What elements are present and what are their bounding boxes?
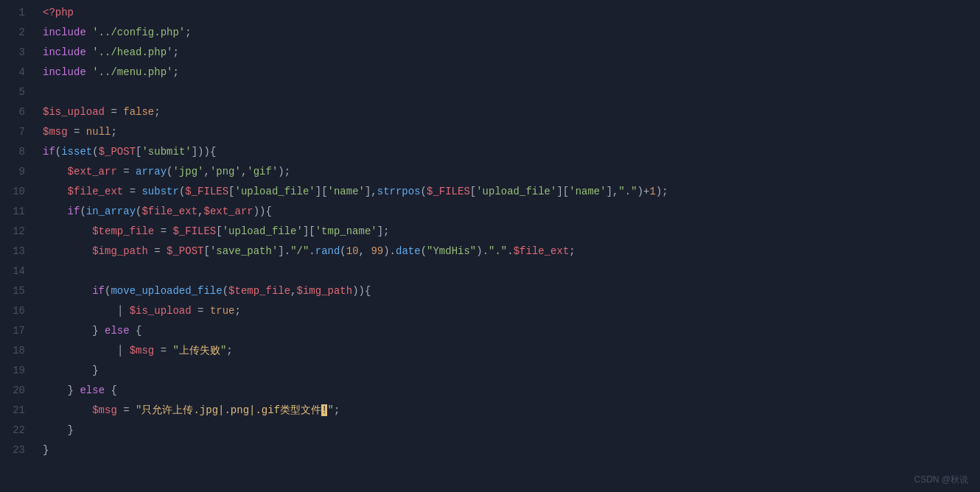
token: move_uploaded_file bbox=[111, 285, 222, 297]
line-number: 8 bbox=[0, 142, 37, 162]
code-line: 18 │ $msg = "上传失败"; bbox=[0, 341, 980, 361]
token: <?php bbox=[43, 7, 74, 18]
code-line: 19 } bbox=[0, 361, 980, 381]
line-number: 21 bbox=[0, 401, 37, 421]
line-number: 14 bbox=[0, 261, 37, 281]
token: $is_upload bbox=[130, 305, 192, 317]
token: $_FILES bbox=[427, 186, 470, 197]
token: )){ bbox=[253, 205, 272, 217]
token: } bbox=[68, 384, 80, 396]
line-content: $is_upload = false; bbox=[37, 102, 980, 122]
line-number: 22 bbox=[0, 421, 37, 440]
token: = bbox=[123, 186, 141, 197]
token: in_array bbox=[86, 205, 136, 217]
watermark: CSDN @秋说 bbox=[914, 474, 968, 486]
token: ). bbox=[383, 245, 396, 257]
code-line: 17 } else { bbox=[0, 321, 980, 341]
token: , bbox=[290, 285, 296, 297]
line-content: $ext_arr = array('jpg','png','gif'); bbox=[37, 162, 980, 182]
code-line: 21 $msg = "只允许上传.jpg|.png|.gif类型文件!"; bbox=[0, 401, 980, 421]
line-content: } else { bbox=[37, 381, 980, 401]
token bbox=[43, 404, 92, 416]
token: ( bbox=[92, 146, 98, 158]
code-line: 6$is_upload = false; bbox=[0, 102, 980, 122]
line-number: 11 bbox=[0, 202, 37, 222]
token: $file_ext bbox=[141, 205, 197, 217]
token: $_POST bbox=[167, 245, 203, 257]
token: if bbox=[92, 285, 105, 297]
token: ). bbox=[476, 245, 489, 257]
token bbox=[43, 325, 92, 337]
token: 'gif' bbox=[247, 166, 278, 178]
token bbox=[86, 66, 92, 78]
token: $_POST bbox=[99, 146, 136, 158]
token: ])) bbox=[192, 146, 210, 158]
token: substr bbox=[141, 186, 178, 197]
code-line: 15 if(move_uploaded_file($temp_file,$img… bbox=[0, 281, 980, 301]
token: │ bbox=[117, 345, 123, 356]
token: } bbox=[68, 424, 74, 436]
token: else bbox=[105, 325, 130, 337]
token: ( bbox=[340, 245, 346, 257]
token: 'upload_file' bbox=[223, 225, 303, 237]
token: ; bbox=[226, 345, 232, 356]
line-content: include '../head.php'; bbox=[37, 43, 980, 63]
token: ] bbox=[315, 186, 321, 197]
token: $temp_file bbox=[228, 285, 290, 297]
line-content: if(isset($_POST['submit'])){ bbox=[37, 142, 980, 162]
token: 1 bbox=[650, 186, 656, 197]
token: include bbox=[43, 66, 86, 78]
token: null bbox=[86, 126, 111, 138]
token: [ bbox=[563, 186, 569, 197]
code-line: 23} bbox=[0, 440, 980, 460]
line-number: 2 bbox=[0, 23, 37, 43]
token: ; bbox=[172, 46, 178, 58]
token: $img_path bbox=[92, 245, 148, 257]
token bbox=[43, 186, 68, 197]
token: = bbox=[154, 225, 172, 237]
token: 'upload_file' bbox=[476, 186, 556, 197]
line-number: 23 bbox=[0, 440, 37, 460]
token: ], bbox=[606, 186, 619, 197]
token: } bbox=[43, 444, 49, 456]
token: 'submit' bbox=[141, 146, 191, 158]
token: ]. bbox=[278, 245, 290, 257]
token: $msg bbox=[92, 404, 117, 416]
token: . bbox=[309, 245, 315, 257]
token bbox=[43, 205, 68, 217]
code-editor: 1<?php2include '../config.php';3include … bbox=[0, 0, 980, 492]
token: { bbox=[210, 146, 216, 158]
line-number: 17 bbox=[0, 321, 37, 341]
code-line: 4include '../menu.php'; bbox=[0, 63, 980, 82]
token: $temp_file bbox=[92, 225, 154, 237]
code-line: 13 $img_path = $_POST['save_path']."/".r… bbox=[0, 242, 980, 261]
token: ; bbox=[185, 27, 191, 38]
token: false bbox=[123, 106, 154, 118]
token: } bbox=[92, 325, 105, 337]
token: [ bbox=[203, 245, 209, 257]
code-line: 7$msg = null; bbox=[0, 122, 980, 142]
token bbox=[43, 245, 92, 257]
line-number: 5 bbox=[0, 82, 37, 102]
token: )+ bbox=[637, 186, 650, 197]
token: $msg bbox=[130, 345, 155, 356]
token bbox=[43, 305, 117, 317]
token: ( bbox=[223, 285, 228, 297]
token: $img_path bbox=[297, 285, 353, 297]
token: ; bbox=[111, 126, 116, 138]
token: '../menu.php' bbox=[92, 66, 172, 78]
code-line: 12 $temp_file = $_FILES['upload_file']['… bbox=[0, 222, 980, 242]
line-content: if(in_array($file_ext,$ext_arr)){ bbox=[37, 202, 980, 222]
code-line: 16 │ $is_upload = true; bbox=[0, 301, 980, 321]
line-number: 15 bbox=[0, 281, 37, 301]
token: include bbox=[43, 27, 86, 38]
code-line: 2include '../config.php'; bbox=[0, 23, 980, 43]
token: $msg bbox=[43, 126, 68, 138]
line-content: } bbox=[37, 421, 980, 440]
line-number: 9 bbox=[0, 162, 37, 182]
token: [ bbox=[321, 186, 327, 197]
line-number: 18 bbox=[0, 341, 37, 361]
line-content: │ $msg = "上传失败"; bbox=[37, 341, 980, 361]
line-number: 20 bbox=[0, 381, 37, 401]
code-line: 5 bbox=[0, 82, 980, 102]
